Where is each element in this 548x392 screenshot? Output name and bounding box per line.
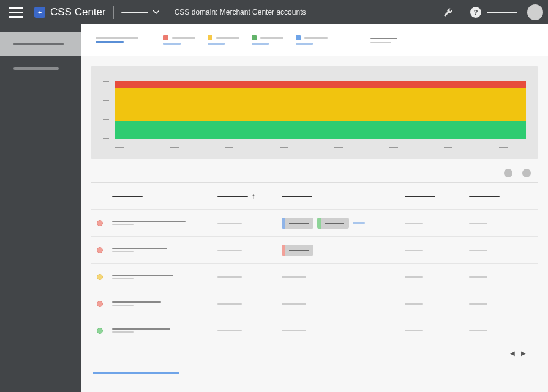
cell-chips: [282, 245, 405, 256]
swatch-icon: [163, 35, 168, 40]
chevron-down-icon: [153, 10, 159, 14]
cell: [217, 276, 282, 278]
cell: [469, 276, 533, 278]
cell: [217, 250, 282, 251]
swatch-icon: [296, 35, 301, 40]
page-dot[interactable]: [504, 169, 512, 177]
main-content: ↑: [81, 24, 548, 392]
band-red: [115, 81, 526, 88]
sidebar-item-1[interactable]: [0, 32, 81, 56]
filter-bar: [81, 24, 548, 56]
cell-chips: [282, 218, 405, 229]
table-row[interactable]: [91, 263, 538, 290]
band-green: [115, 121, 526, 139]
chart-pagination: [81, 159, 548, 182]
swatch-icon: [208, 35, 212, 40]
help-icon[interactable]: ?: [470, 6, 482, 18]
account-selector[interactable]: [121, 10, 159, 14]
divider: [462, 6, 462, 19]
column-header[interactable]: [405, 196, 469, 197]
legend-green[interactable]: [252, 35, 283, 45]
cell: [405, 330, 469, 331]
app-title: CSS Center: [50, 6, 106, 18]
cell-name: [112, 221, 217, 225]
divider: [113, 6, 114, 19]
cell: [405, 223, 469, 224]
status-icon: [97, 328, 103, 334]
x-axis: [103, 147, 526, 148]
table-row[interactable]: [91, 209, 538, 236]
cell: [217, 303, 282, 305]
cell: [469, 250, 533, 251]
status-icon: [97, 247, 103, 253]
breadcrumb: CSS domain: Merchant Center accounts: [175, 8, 306, 17]
status-icon: [97, 301, 103, 307]
username: [487, 12, 517, 13]
panel-title: [96, 37, 138, 43]
chip[interactable]: [317, 218, 349, 229]
cell: [217, 330, 282, 331]
column-header-sorted[interactable]: ↑: [217, 192, 282, 201]
prev-page-icon[interactable]: ◀: [510, 350, 515, 357]
table-row[interactable]: [91, 236, 538, 263]
chip[interactable]: [282, 218, 313, 229]
column-header[interactable]: [469, 196, 533, 197]
cell: [217, 223, 282, 224]
column-header[interactable]: [112, 196, 217, 197]
cell: [405, 276, 469, 278]
cell-name: [112, 328, 217, 333]
cell: [469, 330, 533, 331]
footer-link[interactable]: [91, 366, 538, 374]
band-yellow: [115, 88, 526, 121]
status-icon: [97, 220, 103, 226]
cell: [469, 223, 533, 224]
page-dot[interactable]: [522, 169, 531, 177]
tools-icon[interactable]: [442, 6, 454, 18]
avatar[interactable]: [527, 4, 543, 20]
table-row[interactable]: [91, 290, 538, 317]
app-header: ✦ CSS Center CSS domain: Merchant Center…: [0, 0, 548, 24]
stacked-chart: [91, 66, 538, 159]
cell: [405, 303, 469, 305]
legend-yellow[interactable]: [208, 35, 239, 45]
cell: [469, 303, 533, 305]
accounts-table: ↑: [91, 182, 538, 344]
account-selector-label: [121, 12, 148, 13]
y-axis: [103, 81, 109, 139]
cell: [282, 276, 405, 278]
cell-name: [112, 248, 217, 252]
legend-blue[interactable]: [296, 35, 328, 45]
sidebar: [0, 24, 81, 392]
sidebar-item-label: [13, 43, 64, 45]
column-header[interactable]: [282, 196, 405, 197]
table-row[interactable]: [91, 317, 538, 344]
sidebar-item-label: [13, 67, 59, 70]
legend-red[interactable]: [163, 35, 195, 45]
chip[interactable]: [282, 245, 313, 256]
legend-extra[interactable]: [370, 38, 397, 43]
next-page-icon[interactable]: ▶: [521, 350, 526, 357]
app-logo: ✦: [34, 7, 45, 18]
chart-bars: [115, 81, 526, 139]
menu-icon[interactable]: [9, 5, 23, 20]
sort-asc-icon: ↑: [252, 192, 255, 201]
status-icon: [97, 274, 103, 280]
sidebar-item-2[interactable]: [0, 56, 81, 81]
cell: [282, 303, 405, 305]
table-header: ↑: [91, 182, 538, 209]
logo-glyph: ✦: [37, 9, 42, 16]
divider: [151, 31, 151, 50]
cell: [405, 250, 469, 251]
swatch-icon: [252, 35, 257, 40]
cell: [282, 330, 405, 331]
divider: [167, 6, 167, 19]
cell-name: [112, 301, 217, 306]
cell-name: [112, 275, 217, 279]
table-pagination: ◀ ▶: [91, 344, 538, 362]
